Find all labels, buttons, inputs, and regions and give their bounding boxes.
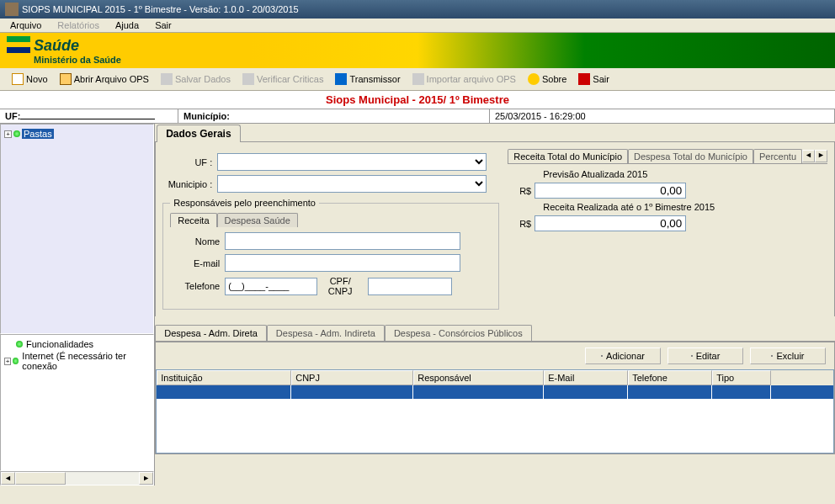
- bullet-icon: [13, 130, 20, 137]
- tb-sobre[interactable]: Sobre: [523, 72, 572, 87]
- scroll-left-icon[interactable]: ◄: [1, 472, 15, 485]
- banner-logo: Saúde: [34, 37, 121, 55]
- import-icon: [412, 73, 424, 85]
- horizontal-scrollbar[interactable]: ◄ ►: [0, 471, 154, 485]
- btn-adicionar[interactable]: Adicionar: [585, 347, 661, 364]
- col-instituicao[interactable]: Instituição: [157, 370, 291, 385]
- menu-arquivo[interactable]: Arquivo: [3, 19, 48, 32]
- menu-sair[interactable]: Sair: [148, 19, 178, 32]
- btn-editar[interactable]: Editar: [667, 347, 743, 364]
- expand-icon[interactable]: +: [4, 130, 12, 138]
- grid-row[interactable]: [157, 385, 833, 399]
- tree-funcionalidades[interactable]: Funcionalidades + Internet (É necessário…: [0, 334, 154, 471]
- info-row: UF: Município: 25/03/2015 - 16:29:00: [0, 109, 835, 124]
- tab-adm-indireta[interactable]: Despesa - Adm. Indireta: [267, 325, 385, 341]
- tab-receita-total[interactable]: Receita Total do Município: [508, 149, 628, 163]
- tab-dados-gerais[interactable]: Dados Gerais: [157, 125, 240, 142]
- input-previsao[interactable]: [535, 183, 686, 199]
- open-icon: [60, 73, 72, 85]
- col-cnpj[interactable]: CNPJ: [291, 370, 413, 385]
- bullet-icon: [16, 341, 23, 347]
- check-icon: [242, 73, 254, 85]
- label-email: E-mail: [170, 258, 225, 268]
- label-uf: UF :: [162, 157, 217, 167]
- save-icon: [161, 73, 173, 85]
- uf-value: [20, 119, 155, 119]
- currency-label: R$: [509, 186, 535, 196]
- tree-item-internet[interactable]: Internet (É necessário ter conexão: [20, 351, 150, 371]
- tb-sair[interactable]: Sair: [573, 72, 614, 87]
- menu-ajuda[interactable]: Ajuda: [109, 19, 146, 32]
- exit-icon: [578, 73, 590, 85]
- flag-icon: [7, 36, 30, 53]
- tab-scroll-left-icon[interactable]: ◄: [802, 150, 815, 162]
- label-realizada: Receita Realizada até o 1º Bimestre 2015: [509, 202, 826, 212]
- input-cpf[interactable]: [368, 278, 452, 295]
- input-nome[interactable]: [225, 232, 460, 250]
- tab-receita[interactable]: Receita: [170, 213, 216, 227]
- add-icon: [601, 355, 603, 357]
- tab-consorcios[interactable]: Despesa - Consórcios Públicos: [385, 325, 532, 341]
- tab-despesa-saude[interactable]: Despesa Saúde: [217, 213, 298, 227]
- input-realizada[interactable]: [535, 215, 686, 231]
- tb-importar: Importar arquivo OPS: [407, 72, 521, 87]
- label-previsao: Previsão Atualizada 2015: [509, 169, 826, 179]
- select-municipio[interactable]: [217, 175, 487, 193]
- banner-subtitle: Ministério da Saúde: [34, 55, 121, 65]
- edit-icon: [691, 355, 693, 357]
- tab-scroll-right-icon[interactable]: ►: [815, 150, 827, 162]
- scroll-right-icon[interactable]: ►: [139, 472, 153, 485]
- subtitle: Siops Municipal - 2015/ 1º Bimestre: [0, 91, 835, 109]
- banner: Saúde Ministério da Saúde: [0, 33, 835, 68]
- grid-despesa[interactable]: Instituição CNPJ Responsável E-Mail Tele…: [156, 369, 834, 454]
- col-email[interactable]: E-Mail: [544, 370, 628, 385]
- scroll-thumb[interactable]: [15, 472, 66, 485]
- municipio-header: Município:: [178, 109, 490, 123]
- menu-bar: Arquivo Relatórios Ajuda Sair: [0, 19, 835, 33]
- col-responsavel[interactable]: Responsável: [413, 370, 544, 385]
- label-cpf: CPF/ CNPJ: [317, 276, 368, 296]
- expand-icon[interactable]: +: [4, 358, 11, 365]
- tab-adm-direta[interactable]: Despesa - Adm. Direta: [155, 325, 267, 341]
- toolbar: Novo Abrir Arquivo OPS Salvar Dados Veri…: [0, 68, 835, 91]
- tb-abrir[interactable]: Abrir Arquivo OPS: [55, 72, 154, 87]
- tb-transmissor[interactable]: Transmissor: [330, 72, 405, 87]
- select-uf[interactable]: [217, 153, 487, 171]
- transmissor-icon: [335, 73, 347, 85]
- col-tipo[interactable]: Tipo: [712, 370, 771, 385]
- label-municipio: Municipio :: [162, 179, 217, 189]
- timestamp: 25/03/2015 - 16:29:00: [490, 109, 835, 123]
- window-title: SIOPS MUNICIPAL 2015 - 1º Bimestre - Ver…: [22, 4, 299, 14]
- new-icon: [12, 73, 24, 85]
- bullet-icon: [13, 358, 19, 364]
- input-email[interactable]: [225, 254, 460, 272]
- col-telefone[interactable]: Telefone: [628, 370, 712, 385]
- about-icon: [528, 73, 540, 85]
- tab-percentual[interactable]: Percentu: [753, 149, 802, 163]
- input-telefone[interactable]: [225, 278, 317, 295]
- tb-salvar: Salvar Dados: [156, 72, 236, 87]
- tree-item-funcionalidades[interactable]: Funcionalidades: [24, 339, 95, 349]
- btn-excluir[interactable]: Excluir: [750, 347, 826, 364]
- app-icon: [5, 3, 19, 16]
- tab-despesa-total[interactable]: Despesa Total do Município: [628, 149, 753, 163]
- tree-item-pastas[interactable]: Pastas: [22, 129, 54, 139]
- fieldset-responsaveis: Responsáveis pelo preenchimento Receita …: [162, 198, 499, 310]
- title-bar: SIOPS MUNICIPAL 2015 - 1º Bimestre - Ver…: [0, 0, 835, 19]
- tree-pastas[interactable]: + Pastas: [0, 124, 154, 334]
- delete-icon: [771, 355, 773, 357]
- uf-header: UF:: [0, 109, 178, 123]
- label-telefone: Telefone: [170, 281, 225, 291]
- tb-verificar: Verificar Criticas: [237, 72, 328, 87]
- legend-responsaveis: Responsáveis pelo preenchimento: [170, 198, 319, 208]
- label-nome: Nome: [170, 236, 225, 247]
- menu-relatorios: Relatórios: [51, 19, 106, 32]
- tb-novo[interactable]: Novo: [7, 72, 53, 87]
- currency-label: R$: [509, 219, 535, 229]
